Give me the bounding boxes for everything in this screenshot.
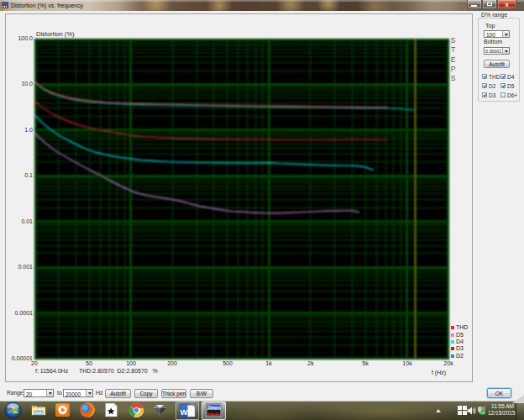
svg-text:Steps: Steps <box>208 405 221 410</box>
svg-text:W: W <box>181 407 188 417</box>
